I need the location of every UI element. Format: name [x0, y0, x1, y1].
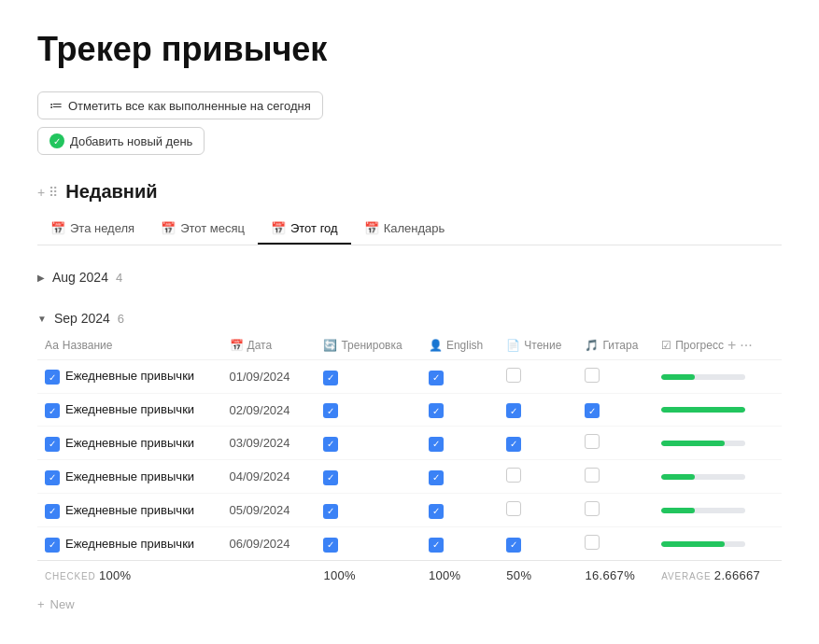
year-tab-label: Этот год	[290, 221, 338, 235]
row-5-english-checkbox[interactable]: ✓	[429, 538, 444, 553]
row-0-guitar-checkbox[interactable]	[585, 368, 600, 383]
row-4-progress-bar-fill	[661, 508, 695, 513]
row-4-name-checkbox[interactable]: ✓	[45, 504, 60, 519]
habits-table: Аа Название 📅 Дата 🔄 Тренировка	[37, 331, 782, 590]
row-1-training: ✓	[316, 394, 420, 427]
guitar-col-icon: 🎵	[585, 339, 599, 352]
row-1-reading: ✓	[499, 394, 577, 427]
add-new-plus-icon: +	[37, 597, 45, 611]
plus-icon[interactable]: +	[37, 185, 45, 200]
week-tab-label: Эта неделя	[70, 221, 134, 235]
mark-all-button[interactable]: ≔ Отметить все как выполненные на сегодн…	[37, 91, 323, 119]
habits-table-wrapper: Аа Название 📅 Дата 🔄 Тренировка	[37, 331, 782, 619]
month-tab-label: Этот месяц	[180, 221, 245, 235]
row-2-name-text: Ежедневные привычки	[65, 435, 194, 452]
tab-week[interactable]: 📅 Эта неделя	[37, 214, 148, 245]
footer-empty-date	[222, 561, 317, 591]
footer-english-value: 100%	[421, 561, 499, 591]
add-new-row[interactable]: + New	[37, 590, 782, 619]
row-1-name-checkbox[interactable]: ✓	[45, 403, 60, 418]
row-5-guitar-checkbox[interactable]	[585, 535, 600, 550]
row-3-english-checkbox[interactable]: ✓	[429, 470, 444, 485]
checked-value: 100%	[99, 568, 132, 582]
row-3-name-checkbox[interactable]: ✓	[45, 470, 60, 485]
row-2-name-checkbox[interactable]: ✓	[45, 437, 60, 452]
row-5-reading-checkbox[interactable]: ✓	[506, 538, 521, 553]
row-1-english-checkbox[interactable]: ✓	[429, 403, 444, 418]
name-col-icon: Аа	[45, 339, 59, 352]
row-0-progress	[654, 360, 782, 394]
row-5-training-checkbox[interactable]: ✓	[323, 538, 338, 553]
row-1-reading-checkbox[interactable]: ✓	[506, 403, 521, 418]
tabs-bar: 📅 Эта неделя 📅 Этот месяц 📅 Этот год 📅 К…	[37, 214, 782, 245]
row-2-reading-checkbox[interactable]: ✓	[506, 437, 521, 452]
row-4-guitar-checkbox[interactable]	[585, 501, 600, 516]
row-1-progress-bar-bg	[661, 407, 745, 413]
row-2-training: ✓	[316, 427, 420, 460]
reading-col-icon: 📄	[506, 339, 520, 352]
english-footer-value: 100%	[429, 568, 461, 582]
row-2-guitar-checkbox[interactable]	[585, 434, 600, 449]
reading-footer-value: 50%	[506, 568, 531, 582]
row-1-training-checkbox[interactable]: ✓	[323, 403, 338, 418]
row-0-training-checkbox[interactable]: ✓	[323, 371, 338, 385]
row-3-reading-checkbox[interactable]	[506, 468, 521, 483]
row-5-progress-bar-bg	[661, 541, 745, 547]
row-1-guitar-checkbox[interactable]: ✓	[585, 403, 600, 418]
average-value: 2.66667	[714, 568, 760, 582]
date-col-label: Дата	[247, 339, 273, 352]
page-title: Трекер привычек	[37, 30, 782, 69]
col-name: Аа Название	[37, 331, 222, 360]
tab-calendar[interactable]: 📅 Календарь	[351, 214, 459, 245]
habits-tbody: ✓ Ежедневные привычки 01/09/2024✓✓ ✓ Еже…	[37, 360, 782, 561]
group-sep2024-header[interactable]: ▼ Sep 2024 6	[37, 305, 782, 331]
week-tab-icon: 📅	[50, 221, 65, 235]
row-4-date: 05/09/2024	[222, 494, 317, 527]
row-2-training-checkbox[interactable]: ✓	[323, 437, 338, 452]
calendar-tab-icon: 📅	[364, 221, 379, 235]
row-3-date: 04/09/2024	[222, 460, 317, 494]
more-col-button[interactable]: ···	[740, 337, 752, 354]
row-4-training-checkbox[interactable]: ✓	[323, 504, 338, 519]
col-guitar: 🎵 Гитара	[577, 331, 654, 360]
group-aug2024-header[interactable]: ▶ Aug 2024 4	[37, 264, 782, 290]
row-1-progress-bar-fill	[661, 407, 745, 413]
guitar-col-label: Гитара	[602, 339, 638, 352]
add-col-button[interactable]: +	[727, 337, 736, 354]
row-0-name-checkbox[interactable]: ✓	[45, 370, 60, 385]
row-4-training: ✓	[316, 494, 420, 527]
row-3-guitar-checkbox[interactable]	[585, 468, 600, 483]
reading-col-label: Чтение	[524, 339, 561, 352]
english-col-icon: 👤	[429, 339, 443, 352]
drag-icon: ⠿	[49, 185, 58, 200]
footer-stats-row: CHECKED 100% 100% 100% 50% 16.667%	[37, 561, 782, 591]
row-1-progress	[654, 394, 782, 427]
add-day-button[interactable]: ✓ Добавить новый день	[37, 127, 205, 155]
col-date: 📅 Дата	[222, 331, 317, 360]
tab-year[interactable]: 📅 Этот год	[258, 214, 351, 245]
row-0-english-checkbox[interactable]: ✓	[429, 371, 444, 385]
guitar-footer-value: 16.667%	[585, 568, 635, 582]
row-0-english: ✓	[421, 360, 499, 394]
tab-month[interactable]: 📅 Этот месяц	[148, 214, 258, 245]
row-4-reading-checkbox[interactable]	[506, 501, 521, 516]
row-3-progress-bar-fill	[661, 474, 695, 480]
row-1-guitar: ✓	[577, 394, 654, 427]
group-aug2024-label: Aug 2024	[52, 270, 108, 285]
row-5-training: ✓	[316, 527, 420, 561]
row-5-date: 06/09/2024	[222, 527, 317, 561]
progress-col-label: Прогресс	[675, 339, 724, 352]
month-tab-icon: 📅	[161, 221, 176, 235]
mark-all-label: Отметить все как выполненные на сегодня	[68, 99, 311, 113]
row-0-training: ✓	[316, 360, 420, 394]
row-3-training-checkbox[interactable]: ✓	[323, 470, 338, 485]
row-5-name-checkbox[interactable]: ✓	[45, 538, 60, 553]
row-5-english: ✓	[421, 527, 499, 561]
table-row: ✓ Ежедневные привычки 05/09/2024✓✓	[37, 494, 782, 527]
row-2-english-checkbox[interactable]: ✓	[429, 437, 444, 452]
row-4-progress	[654, 494, 782, 527]
row-0-reading-checkbox[interactable]	[506, 368, 521, 383]
row-4-english-checkbox[interactable]: ✓	[429, 504, 444, 519]
training-col-icon: 🔄	[323, 339, 337, 352]
col-english: 👤 English	[421, 331, 499, 360]
